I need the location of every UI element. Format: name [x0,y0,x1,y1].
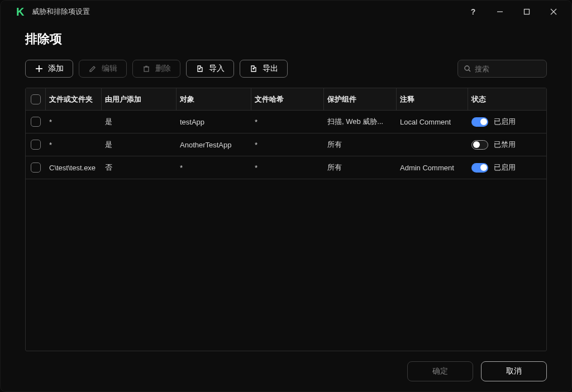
titlebar: K 威胁和排除项设置 ? [1,1,571,23]
table-row[interactable]: * 是 testApp * 扫描, Web 威胁... Local Commen… [26,111,546,133]
status-label: 已启用 [494,162,516,173]
status-toggle[interactable] [471,140,488,150]
exclusions-table: 文件或文件夹 由用户添加 对象 文件哈希 保护组件 注释 状态 * 是 test… [25,88,547,351]
search-icon [464,64,471,73]
status-toggle[interactable] [471,117,488,127]
row-checkbox[interactable] [31,117,41,127]
cell-added: 是 [102,140,177,150]
cell-component: 所有 [324,162,397,173]
col-status[interactable]: 状态 [468,88,546,110]
select-all-checkbox[interactable] [31,94,41,104]
status-label: 已启用 [494,117,516,127]
import-label: 导入 [209,64,225,74]
window-title: 威胁和排除项设置 [32,7,457,17]
pencil-icon [88,64,97,73]
row-checkbox[interactable] [31,140,41,150]
cell-added: 否 [102,162,177,173]
footer: 确定 取消 [1,351,571,391]
export-label: 导出 [263,64,278,74]
export-button[interactable]: 导出 [240,60,288,78]
cell-hash: * [251,118,324,126]
add-label: 添加 [48,64,64,74]
delete-button: 删除 [132,60,180,78]
cell-hash: * [251,141,324,149]
plus-icon [35,64,44,73]
edit-button: 编辑 [79,60,127,78]
cell-object: testApp [177,118,251,126]
cell-component: 扫描, Web 威胁... [324,117,397,127]
minimize-button[interactable] [489,3,511,20]
trash-icon [142,64,151,73]
delete-label: 删除 [155,64,171,74]
app-logo-icon: K [16,6,24,18]
close-button[interactable] [542,3,565,20]
import-button[interactable]: 导入 [186,60,234,78]
ok-button[interactable]: 确定 [407,361,473,381]
cell-file: * [46,118,102,126]
export-icon [249,64,258,73]
col-note[interactable]: 注释 [397,88,468,110]
cell-object: AnotherTestApp [177,141,251,149]
cell-object: * [177,164,251,172]
svg-point-9 [465,66,469,70]
cell-added: 是 [102,117,177,127]
status-label: 已禁用 [494,140,516,150]
cancel-button[interactable]: 取消 [481,361,547,381]
table-row[interactable]: * 是 AnotherTestApp * 所有 已禁用 [26,133,546,156]
cell-hash: * [251,164,324,172]
table-header: 文件或文件夹 由用户添加 对象 文件哈希 保护组件 注释 状态 [26,88,546,111]
table-row[interactable]: C\test\test.exe 否 * * 所有 Admin Comment 已… [26,156,546,179]
page-title: 排除项 [25,31,547,47]
import-icon [196,64,204,73]
cell-note: Admin Comment [397,164,468,172]
maximize-button[interactable] [516,3,538,20]
edit-label: 编辑 [102,64,117,74]
search-box[interactable] [457,60,547,78]
cell-file: C\test\test.exe [46,164,102,172]
search-input[interactable] [475,65,541,73]
cell-file: * [46,141,102,149]
cell-note: Local Comment [397,118,468,126]
col-file[interactable]: 文件或文件夹 [46,88,102,110]
toolbar: 添加 编辑 删除 导入 [25,60,547,78]
cell-component: 所有 [324,140,397,150]
status-toggle[interactable] [471,163,488,173]
col-component[interactable]: 保护组件 [324,88,397,110]
help-button[interactable]: ? [462,3,484,20]
col-object[interactable]: 对象 [177,88,251,110]
row-checkbox[interactable] [31,162,41,173]
col-hash[interactable]: 文件哈希 [251,88,324,110]
svg-line-10 [469,70,470,71]
svg-rect-1 [525,9,530,15]
add-button[interactable]: 添加 [25,60,73,78]
col-added[interactable]: 由用户添加 [102,88,177,110]
svg-rect-6 [144,67,149,71]
